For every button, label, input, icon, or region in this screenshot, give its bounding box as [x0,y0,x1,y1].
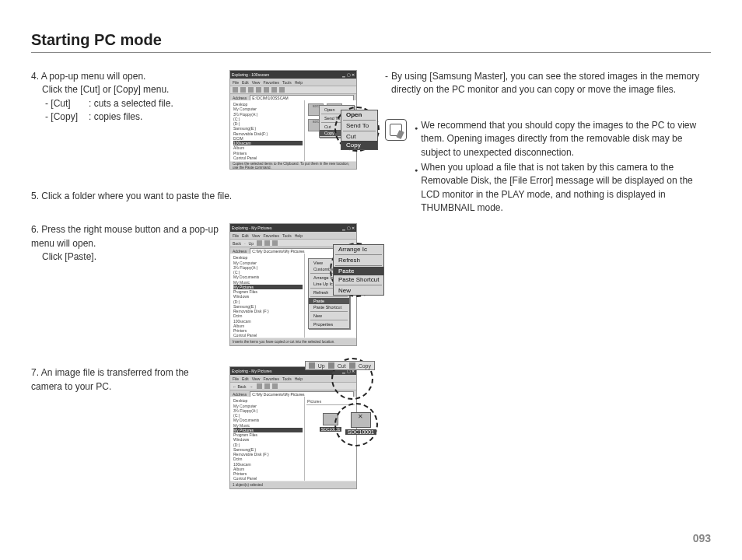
step-6-line2: Click [Paste]. [31,250,96,264]
ss1-menubar: File Edit View Favorites Tools Help [230,79,356,86]
step-5-text: Click a folder where you want to paste t… [41,191,232,201]
ss1-body: Desktop My Computer 3½ Floppy(A:) (C:) (… [230,100,356,161]
up-icon [309,362,315,369]
right-intro: By using [Samsung Master], you can see t… [385,70,711,97]
step-6-line1: Press the right mouse button and a pop-u… [31,224,219,248]
cut-key: - [Cut] [45,97,89,110]
bullet-icon [415,119,418,159]
zoom-sendto: Send To [341,121,377,130]
ss1-menu-view: View [252,80,261,85]
ss1-menu-edit: Edit [242,80,249,85]
note-2-text: When you upload a file that is not taken… [421,161,711,215]
ss3-body: Desktop My Computer 3½ Floppy(A:) (C:) M… [230,397,356,481]
copy-desc: : copies files. [89,110,142,124]
dash-icon [385,70,388,97]
ss1-zoom-menu: Open Send To Cut Copy [341,110,378,150]
ss2-title: Exploring - My Pictures [232,226,271,230]
ss3-thumb [323,413,338,425]
ss2-window-controls: ▁ ▢ ✕ [342,226,355,230]
ss3-file-name: SDC10001 [320,427,341,432]
ss3-menubar: File Edit View Favorites Tools Help [230,375,356,383]
screenshot-explorer-transferred: Exploring - My Pictures ▁ ▢ ✕ File Edit … [229,366,357,489]
screenshot-explorer-cut-copy: Exploring - 100sscam ▁ ▢ ✕ File Edit Vie… [229,70,357,170]
copy-icon [349,362,355,369]
ss1-title: Exploring - 100sscam [232,72,269,77]
bullet-icon [415,161,418,215]
note-1-text: We recommend that you should copy the im… [421,119,711,159]
zoom-open: Open [341,110,377,119]
step-4-line2: Click the [Cut] or [Copy] menu. [31,83,169,96]
ss1-menu-help: Help [295,80,303,85]
ss1-menu-tools: Tools [282,80,292,85]
left-column: 4. A pop-up menu will open. Click the [C… [31,70,357,509]
step-4-number: 4. [31,71,39,82]
ss3-zoom-file: ✕ SDC10001 [345,412,376,435]
two-column-layout: 4. A pop-up menu will open. Click the [C… [31,70,711,509]
ss1-tree: Desktop My Computer 3½ Floppy(A:) (C:) (… [230,100,305,161]
step-7-text: An image file is transferred from the ca… [31,367,189,391]
ss3-title: Exploring - My Pictures [232,369,271,373]
ss1-titlebar: Exploring - 100sscam ▁ ▢ ✕ [230,71,356,79]
ss1-menu-fav: Favorites [263,80,279,85]
ss3-zoom-toolbar: Up Cut Copy [305,361,375,370]
ss2-titlebar: Exploring - My Pictures ▁ ▢ ✕ [230,224,356,232]
ss1-menu-file: File [233,80,239,85]
note-1: We recommend that you should copy the im… [415,119,711,159]
step-4-text: 4. A pop-up menu will open. Click the [C… [31,70,219,170]
manual-page: Starting PC mode 4. A pop-up menu will o… [0,0,742,560]
right-column: By using [Samsung Master], you can see t… [385,70,711,509]
cut-desc: : cuts a selected file. [89,97,173,110]
note-block: We recommend that you should copy the im… [385,119,711,217]
ss3-filepane: Pictures SDC10001 [305,397,356,481]
ss3-tree: Desktop My Computer 3½ Floppy(A:) (C:) M… [230,397,305,481]
ss1-statusbar: Copies the selected items to the Clipboa… [230,162,356,169]
ss3-statusbar: 1 object(s) selected [230,481,356,488]
ss2-menubar: File Edit View Favorites Tools Help [230,232,356,240]
step-4-copy: - [Copy] : copies files. [45,110,219,124]
step-6: 6. Press the right mouse button and a po… [31,223,357,346]
step-4-intro: A pop-up menu will open. [41,71,146,82]
step-7-number: 7. [31,367,39,378]
copy-key: - [Copy] [45,110,89,124]
step-4: 4. A pop-up menu will open. Click the [C… [31,70,357,170]
ss2-tree: Desktop My Computer 3½ Floppy(A:) (C:) M… [230,254,305,338]
ss2-statusbar: Inserts the items you have copied or cut… [230,338,356,345]
step-6-number: 6. [31,224,39,235]
ss3-pane-header: Pictures [306,398,355,405]
note-bullets: We recommend that you should copy the im… [415,119,711,217]
zoom-cut: Cut [341,132,377,141]
ss3-toolbar: ← Back→ [230,383,356,390]
note-2: When you upload a file that is not taken… [415,161,711,215]
step-5-number: 5. [31,191,39,201]
zoom-copy: Copy [341,141,377,149]
ss1-window-controls: ▁ ▢ ✕ [342,72,355,77]
ss2-zoom-menu: Arrange Ic Refresh Paste Paste Shortcut … [333,244,384,296]
ss1-toolbar [230,86,356,94]
note-icon [385,119,407,141]
step-4-cut: - [Cut] : cuts a selected file. [45,97,219,110]
page-number: 093 [693,532,711,544]
page-title: Starting PC mode [31,31,711,53]
step-7: 7. An image file is transferred from the… [31,366,357,489]
step-5: 5. Click a folder where you want to past… [31,190,357,203]
right-intro-text: By using [Samsung Master], you can see t… [391,70,711,97]
screenshot-explorer-paste: Exploring - My Pictures ▁ ▢ ✕ File Edit … [229,223,357,346]
cut-icon [328,362,334,369]
